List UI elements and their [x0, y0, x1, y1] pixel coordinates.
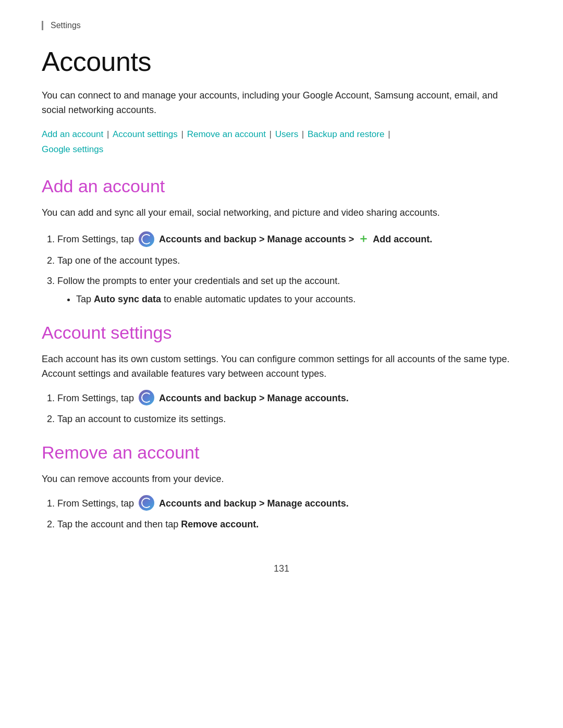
nav-link-backup[interactable]: Backup and restore [308, 129, 384, 139]
sub-bullet-auto-sync: Tap Auto sync data to enable automatic u… [76, 292, 521, 307]
section-remove-account: Remove an account You can remove account… [42, 442, 521, 532]
section-add-account: Add an account You can add and sync all … [42, 176, 521, 307]
plus-icon: ＋ [358, 232, 369, 245]
section-title-add-account: Add an account [42, 176, 521, 196]
remove-account-step-1: From Settings, tap Accounts and backup >… [57, 496, 521, 512]
page-number: 131 [274, 563, 289, 574]
nav-link-account-settings[interactable]: Account settings [113, 129, 178, 139]
account-settings-steps: From Settings, tap Accounts and backup >… [57, 391, 521, 427]
add-account-step-1: From Settings, tap Accounts and backup >… [57, 229, 521, 248]
nav-link-google[interactable]: Google settings [42, 144, 103, 154]
nav-link-users[interactable]: Users [275, 129, 298, 139]
account-settings-step-1: From Settings, tap Accounts and backup >… [57, 391, 521, 406]
account-settings-step-2: Tap an account to customize its settings… [57, 412, 521, 427]
nav-links: Add an account | Account settings | Remo… [42, 127, 521, 157]
icon-accounts-3 [139, 495, 154, 511]
section-account-settings: Account settings Each account has its ow… [42, 323, 521, 427]
remove-account-step-2: Tap the account and then tap Remove acco… [57, 517, 521, 532]
icon-accounts-2 [139, 390, 154, 405]
add-account-step-3: Follow the prompts to enter your credent… [57, 274, 521, 307]
section-desc-remove-account: You can remove accounts from your device… [42, 472, 521, 487]
settings-breadcrumb: Settings [42, 21, 521, 30]
section-title-account-settings: Account settings [42, 323, 521, 343]
icon-accounts-1 [139, 231, 154, 247]
add-account-sub-bullets: Tap Auto sync data to enable automatic u… [76, 292, 521, 307]
page-footer: 131 [42, 563, 521, 574]
section-title-remove-account: Remove an account [42, 442, 521, 463]
remove-account-steps: From Settings, tap Accounts and backup >… [57, 496, 521, 532]
intro-text: You can connect to and manage your accou… [42, 89, 521, 118]
nav-link-remove-account[interactable]: Remove an account [187, 129, 266, 139]
add-account-steps: From Settings, tap Accounts and backup >… [57, 229, 521, 307]
page-title: Accounts [42, 46, 521, 77]
section-desc-add-account: You can add and sync all your email, soc… [42, 206, 521, 220]
section-desc-account-settings: Each account has its own custom settings… [42, 352, 521, 381]
add-account-step-2: Tap one of the account types. [57, 253, 521, 268]
nav-link-add-account[interactable]: Add an account [42, 129, 103, 139]
